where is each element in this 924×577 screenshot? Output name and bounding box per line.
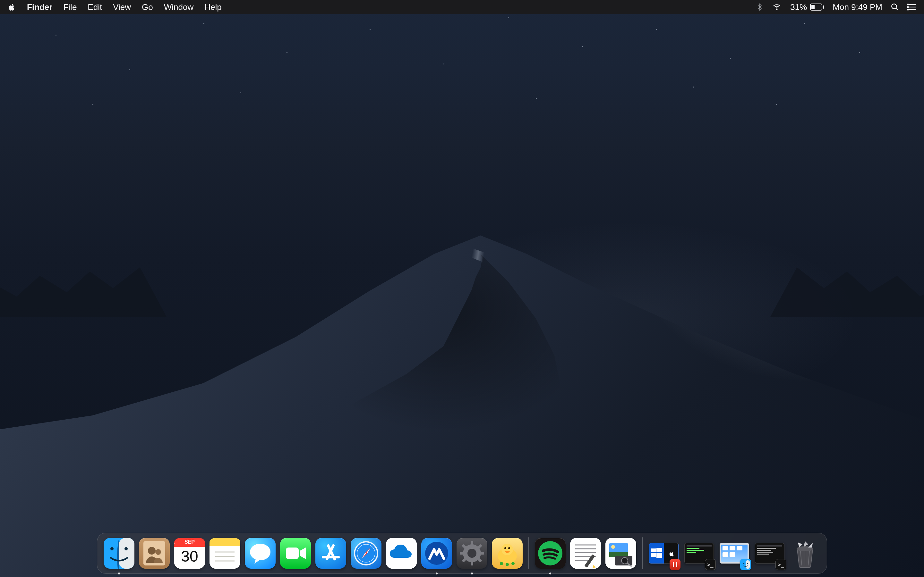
svg-point-10 (908, 7, 909, 8)
svg-line-5 (896, 8, 897, 10)
running-indicator (549, 572, 551, 574)
menu-bar-right: 31% Mon 9:49 PM (756, 2, 916, 12)
svg-point-18 (155, 549, 161, 555)
dock-minimized-terminal-window-1[interactable]: >_ (684, 538, 714, 569)
svg-point-52 (501, 544, 513, 555)
menu-window[interactable]: Window (164, 2, 194, 12)
svg-point-53 (504, 547, 506, 549)
menu-bar-left: Finder File Edit View Go Window Help (8, 2, 222, 12)
menu-view[interactable]: View (113, 2, 131, 12)
app-name-menu[interactable]: Finder (27, 2, 52, 12)
battery-percent-label: 31% (790, 2, 807, 12)
spotlight-icon[interactable] (891, 3, 899, 11)
svg-rect-44 (471, 561, 473, 566)
dock-notes[interactable] (210, 538, 240, 569)
calendar-icon-day: 30 (174, 548, 205, 565)
dock-cyberduck[interactable] (492, 538, 523, 569)
svg-rect-45 (460, 552, 464, 554)
running-indicator (471, 572, 473, 574)
svg-point-28 (250, 544, 270, 560)
notification-center-icon[interactable] (907, 3, 916, 11)
svg-point-70 (611, 545, 615, 549)
svg-rect-3 (811, 5, 814, 9)
dock-preview[interactable] (606, 538, 636, 569)
battery-status[interactable]: 31% (790, 2, 824, 12)
dock-spotify[interactable] (535, 538, 565, 569)
svg-rect-29 (286, 548, 299, 559)
svg-rect-76 (651, 553, 656, 557)
running-indicator (118, 572, 120, 574)
svg-point-57 (511, 562, 515, 565)
dock-trash[interactable] (790, 538, 821, 569)
menu-help[interactable]: Help (204, 2, 221, 12)
minimized-badge-terminal-icon: >_ (775, 559, 787, 570)
battery-icon (810, 3, 824, 11)
dock-minimized-finder-window[interactable] (719, 538, 750, 569)
wifi-icon[interactable] (772, 3, 782, 11)
svg-rect-24 (210, 543, 240, 546)
dock-system-preferences[interactable] (457, 538, 487, 569)
minimized-badge-terminal-icon: >_ (705, 559, 716, 570)
svg-rect-43 (471, 541, 473, 546)
svg-point-54 (508, 547, 510, 549)
svg-rect-13 (119, 538, 134, 569)
minimized-badge-parallels-icon (670, 559, 680, 570)
svg-point-9 (908, 4, 909, 5)
svg-point-42 (467, 549, 477, 558)
svg-rect-46 (480, 552, 484, 554)
svg-rect-75 (656, 548, 662, 552)
svg-point-14 (110, 547, 113, 550)
svg-point-0 (776, 9, 777, 10)
dock-finder[interactable] (103, 538, 134, 569)
svg-point-17 (148, 547, 156, 554)
menu-bar: Finder File Edit View Go Window Help 31%… (0, 0, 924, 14)
dock-minimized-terminal-window-2[interactable]: >_ (754, 538, 785, 569)
menu-file[interactable]: File (63, 2, 77, 12)
bluetooth-icon[interactable] (756, 3, 763, 11)
dock-separator (528, 537, 529, 569)
svg-rect-2 (822, 5, 824, 9)
running-indicator (436, 572, 438, 574)
menu-edit[interactable]: Edit (87, 2, 102, 12)
dock-minimized-parallels-window[interactable] (648, 538, 679, 569)
dock-separator (642, 537, 643, 569)
dock-contacts[interactable] (139, 538, 170, 569)
dock-textedit[interactable] (570, 538, 601, 569)
dock-messages[interactable] (245, 538, 276, 569)
svg-point-83 (747, 563, 748, 564)
desktop-wallpaper (0, 0, 924, 577)
svg-rect-74 (651, 548, 656, 552)
svg-point-11 (908, 9, 909, 10)
svg-point-4 (892, 4, 897, 9)
dock-calendar[interactable]: SEP 30 (174, 538, 205, 569)
menu-go[interactable]: Go (142, 2, 153, 12)
svg-rect-77 (656, 553, 662, 558)
svg-point-82 (743, 563, 744, 564)
dock-nordvpn[interactable] (421, 538, 452, 569)
svg-rect-59 (570, 538, 601, 569)
minimized-badge-finder-icon (740, 559, 751, 570)
dock-facetime[interactable] (280, 538, 311, 569)
clock[interactable]: Mon 9:49 PM (833, 2, 882, 12)
svg-point-15 (124, 547, 128, 550)
svg-rect-81 (746, 560, 750, 569)
calendar-icon-month: SEP (174, 539, 205, 545)
dock-app-store[interactable] (315, 538, 346, 569)
dock-onedrive[interactable] (386, 538, 417, 569)
apple-menu-icon[interactable] (8, 3, 16, 11)
svg-point-56 (506, 563, 509, 566)
dock: SEP 30 (97, 533, 827, 574)
svg-point-55 (500, 562, 503, 565)
dock-safari[interactable] (351, 538, 381, 569)
